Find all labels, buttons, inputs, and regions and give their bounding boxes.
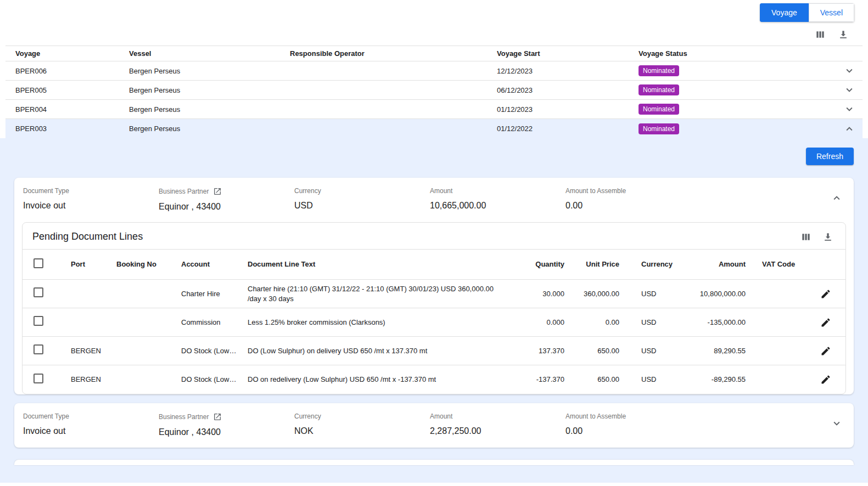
- amount-label: Amount: [430, 187, 565, 195]
- line-text-cell: Charter hire (21:10 (GMT) 31/12/22 - 21:…: [248, 284, 509, 304]
- col-header-booking-no: Booking No: [116, 259, 181, 269]
- amount-to-assemble-label: Amount to Assemble: [565, 187, 701, 195]
- status-badge: Nominated: [639, 104, 679, 115]
- document-type-value: Invoice out: [23, 426, 159, 436]
- vessel-name: Bergen Perseus: [129, 125, 290, 133]
- status-badge: Nominated: [639, 65, 679, 76]
- business-partner-label: Business Partner: [159, 188, 209, 195]
- chevron-down-icon[interactable]: [831, 417, 843, 430]
- row-checkbox[interactable]: [33, 316, 43, 326]
- voyage-start-date: 06/12/2023: [497, 86, 639, 94]
- voyage-row[interactable]: BPER005 Bergen Perseus 06/12/2023 Nomina…: [5, 81, 863, 100]
- unit-price-cell: 360,000.00: [570, 289, 625, 299]
- account-cell: DO Stock (Low…: [181, 346, 248, 356]
- amount-cell: -135,000.00: [664, 318, 762, 327]
- status-badge: Nominated: [639, 123, 679, 134]
- currency-value: USD: [294, 201, 430, 211]
- business-partner-value: Equinor , 43400: [159, 202, 294, 212]
- pending-lines-header: Port Booking No Account Document Line Te…: [23, 249, 845, 280]
- amount-to-assemble-label: Amount to Assemble: [565, 412, 701, 420]
- document-card-nok: Document Type Invoice out Business Partn…: [14, 403, 854, 448]
- voyage-id: BPER005: [15, 86, 129, 94]
- edit-icon[interactable]: [820, 289, 831, 299]
- edit-icon[interactable]: [820, 317, 831, 328]
- edit-icon[interactable]: [820, 346, 831, 357]
- toggle-voyage-button[interactable]: Voyage: [760, 3, 809, 22]
- pending-line-row: Commission Less 1.25% broker commission …: [23, 308, 845, 337]
- voyage-table-header: Voyage Vessel Responsible Operator Voyag…: [5, 46, 863, 61]
- currency-cell: USD: [625, 318, 664, 327]
- next-document-card-partial: [14, 460, 854, 465]
- open-in-new-icon[interactable]: [213, 412, 222, 421]
- open-in-new-icon[interactable]: [213, 187, 222, 196]
- col-header-amount: Amount: [664, 259, 762, 269]
- columns-icon[interactable]: [815, 29, 826, 40]
- voyage-expanded-panel: Refresh Document Type Invoice out Busine…: [0, 138, 868, 483]
- currency-label: Currency: [294, 187, 430, 195]
- document-card-usd: Document Type Invoice out Business Partn…: [14, 178, 854, 394]
- voyage-id: BPER006: [15, 67, 129, 75]
- document-type-label: Document Type: [23, 187, 159, 195]
- business-partner-value: Equinor , 43400: [159, 427, 294, 437]
- toggle-vessel-button[interactable]: Vessel: [809, 3, 854, 22]
- select-all-checkbox[interactable]: [33, 258, 43, 268]
- amount-to-assemble-value: 0.00: [565, 201, 701, 211]
- port-cell: BERGEN: [71, 375, 116, 385]
- row-checkbox[interactable]: [33, 344, 43, 354]
- document-summary: Document Type Invoice out Business Partn…: [14, 178, 854, 222]
- pending-document-lines-card: Pending Document Lines Port Booking No A…: [22, 222, 846, 394]
- quantity-cell: 30.000: [509, 289, 570, 299]
- col-header-voyage: Voyage: [15, 49, 129, 58]
- pending-lines-title: Pending Document Lines: [32, 231, 143, 242]
- col-header-currency: Currency: [625, 259, 664, 269]
- col-header-voyage-status: Voyage Status: [639, 49, 836, 58]
- voyage-row[interactable]: BPER004 Bergen Perseus 01/12/2023 Nomina…: [5, 100, 863, 119]
- document-type-label: Document Type: [23, 412, 159, 420]
- amount-to-assemble-value: 0.00: [565, 426, 701, 436]
- currency-cell: USD: [625, 289, 664, 299]
- currency-label: Currency: [294, 412, 430, 420]
- line-text-cell: DO on redelivery (Low Sulphur) USD 650 /…: [248, 375, 509, 385]
- pending-line-row: BERGEN DO Stock (Low… DO (Low Sulphur) o…: [23, 337, 845, 365]
- quantity-cell: -137.370: [509, 375, 570, 385]
- document-summary: Document Type Invoice out Business Partn…: [14, 403, 854, 448]
- col-header-unit-price: Unit Price: [570, 259, 625, 269]
- col-header-responsible-operator: Responsible Operator: [290, 49, 497, 58]
- voyage-row-expanded[interactable]: BPER003 Bergen Perseus 01/12/2022 Nomina…: [5, 119, 863, 138]
- row-checkbox[interactable]: [33, 374, 43, 383]
- voyage-table-actions: [14, 29, 854, 40]
- chevron-up-icon[interactable]: [831, 192, 843, 204]
- account-cell: DO Stock (Low…: [181, 375, 248, 385]
- line-text-cell: DO (Low Sulphur) on delivery USD 650 /mt…: [248, 346, 509, 356]
- unit-price-cell: 0.00: [570, 318, 625, 327]
- columns-icon[interactable]: [800, 231, 811, 242]
- chevron-down-icon[interactable]: [843, 103, 855, 115]
- chevron-down-icon[interactable]: [843, 65, 855, 77]
- quantity-cell: 0.000: [509, 318, 570, 327]
- pending-line-row: BERGEN DO Stock (Low… DO on redelivery (…: [23, 365, 845, 394]
- line-text-cell: Less 1.25% broker commission (Clarksons): [248, 318, 509, 327]
- voyage-table: Voyage Vessel Responsible Operator Voyag…: [5, 46, 863, 138]
- unit-price-cell: 650.00: [570, 346, 625, 356]
- download-icon[interactable]: [838, 29, 849, 40]
- chevron-up-icon[interactable]: [843, 123, 855, 135]
- vessel-name: Bergen Perseus: [129, 105, 290, 114]
- chevron-down-icon[interactable]: [843, 84, 855, 96]
- col-header-port: Port: [71, 259, 116, 269]
- col-header-vat-code: VAT Code: [762, 259, 810, 269]
- row-checkbox[interactable]: [33, 287, 43, 297]
- amount-cell: 10,800,000.00: [664, 289, 762, 299]
- voyage-row[interactable]: BPER006 Bergen Perseus 12/12/2023 Nomina…: [5, 61, 863, 81]
- account-cell: Commission: [181, 318, 248, 327]
- document-type-value: Invoice out: [23, 201, 159, 211]
- currency-value: NOK: [294, 426, 430, 436]
- vessel-name: Bergen Perseus: [129, 67, 290, 75]
- voyage-id: BPER003: [15, 125, 129, 133]
- edit-icon[interactable]: [820, 374, 831, 385]
- download-icon[interactable]: [822, 231, 833, 242]
- amount-label: Amount: [430, 412, 565, 420]
- quantity-cell: 137.370: [509, 346, 570, 356]
- refresh-button[interactable]: Refresh: [806, 148, 854, 165]
- status-badge: Nominated: [639, 84, 679, 95]
- currency-cell: USD: [625, 346, 664, 356]
